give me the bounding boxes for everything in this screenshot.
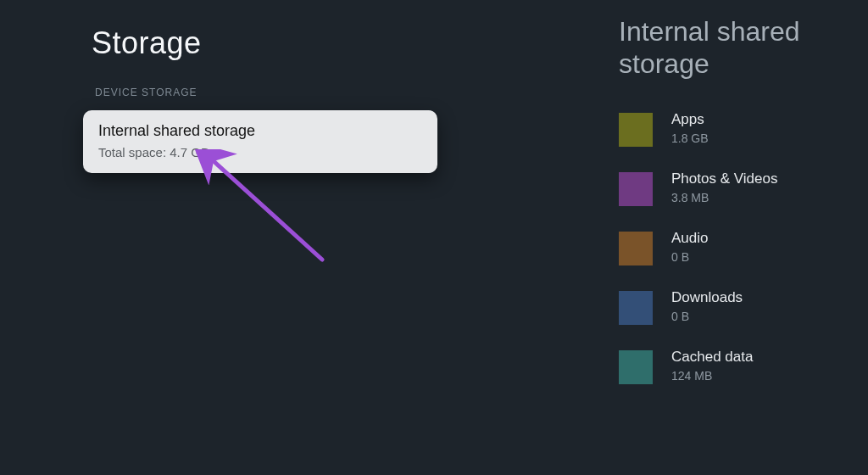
category-text: Photos & Videos3.8 MB <box>671 170 777 204</box>
category-text: Audio0 B <box>671 230 708 264</box>
color-swatch-icon <box>619 113 653 147</box>
category-size: 1.8 GB <box>671 131 709 145</box>
category-row[interactable]: Photos & Videos3.8 MB <box>619 170 856 206</box>
category-label: Audio <box>671 230 708 247</box>
category-label: Apps <box>671 111 709 128</box>
category-text: Downloads0 B <box>671 289 743 323</box>
category-row[interactable]: Apps1.8 GB <box>619 111 856 147</box>
category-text: Cached data124 MB <box>671 349 753 383</box>
right-panel: Internal shared storage Apps1.8 GBPhotos… <box>619 15 856 408</box>
card-title: Internal shared storage <box>98 122 422 140</box>
card-subtitle: Total space: 4.7 GB <box>98 145 422 159</box>
category-size: 0 B <box>671 310 743 323</box>
color-swatch-icon <box>619 291 653 325</box>
detail-title: Internal shared storage <box>619 15 856 81</box>
category-text: Apps1.8 GB <box>671 111 709 145</box>
category-label: Photos & Videos <box>671 170 777 187</box>
category-size: 3.8 MB <box>671 191 777 204</box>
color-swatch-icon <box>619 232 653 265</box>
category-list: Apps1.8 GBPhotos & Videos3.8 MBAudio0 BD… <box>619 111 856 384</box>
category-size: 0 B <box>671 250 708 264</box>
category-row[interactable]: Downloads0 B <box>619 289 856 325</box>
section-label-device-storage: DEVICE STORAGE <box>95 87 526 98</box>
category-size: 124 MB <box>671 369 753 383</box>
svg-line-0 <box>214 161 322 260</box>
page-title: Storage <box>92 25 526 61</box>
left-panel: Storage DEVICE STORAGE Internal shared s… <box>0 0 526 173</box>
category-label: Cached data <box>671 349 753 366</box>
color-swatch-icon <box>619 350 653 384</box>
color-swatch-icon <box>619 172 653 206</box>
category-row[interactable]: Cached data124 MB <box>619 349 856 384</box>
internal-storage-card[interactable]: Internal shared storage Total space: 4.7… <box>83 110 437 173</box>
category-row[interactable]: Audio0 B <box>619 230 856 265</box>
category-label: Downloads <box>671 289 743 306</box>
